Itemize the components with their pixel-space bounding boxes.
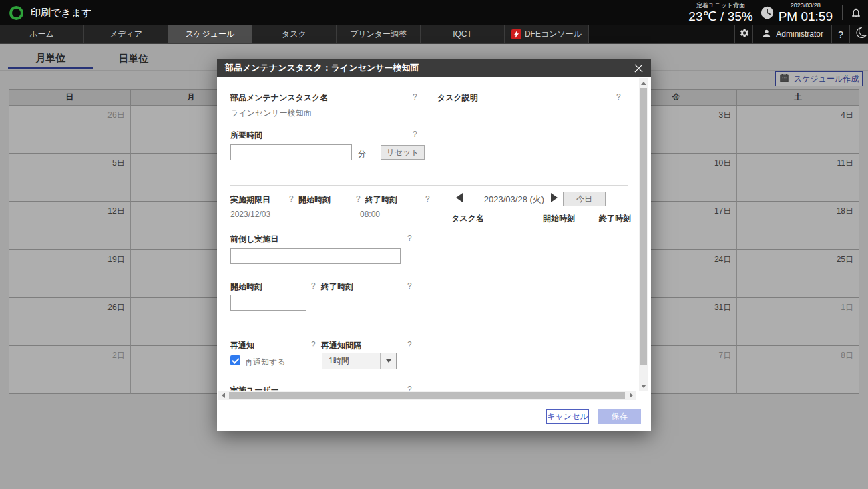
duration-help[interactable]: ?	[413, 130, 417, 139]
reset-button[interactable]: リセット	[381, 145, 425, 160]
maintenance-task-dialog: 部品メンテナンスタスク：ラインセンサー検知面 部品メンテナンスタスク名 ? タス…	[217, 59, 651, 431]
list-header-task-name: タスク名	[451, 213, 484, 224]
end-time2-label: 終了時刻	[321, 281, 353, 293]
nav-item-dfe-console[interactable]: DFEコンソール	[505, 25, 589, 43]
user-name: Administrator	[776, 29, 823, 39]
fuser-unit-label: 定着ユニット背面	[688, 2, 752, 9]
deadline-help[interactable]: ?	[289, 194, 294, 204]
nav-spacer	[589, 25, 734, 43]
renotify-label: 再通知	[230, 340, 254, 351]
renotify-help[interactable]: ?	[311, 340, 316, 349]
vertical-scrollbar[interactable]	[639, 78, 648, 391]
nav-item-label: プリンター調整	[350, 29, 407, 40]
nav-item-label: スケジュール	[186, 29, 234, 40]
end-time-value: 08:00	[360, 210, 380, 219]
duration-label: 所要時間	[230, 130, 262, 141]
main-nav: ホーム メディア スケジュール タスク プリンター調整 IQCT DFEコンソー…	[0, 25, 868, 44]
nav-item-media[interactable]: メディア	[84, 25, 168, 43]
status-bar: 印刷できます 定着ユニット背面 23℃ / 35% 2023/03/28 PM …	[0, 0, 868, 25]
scroll-right-button[interactable]	[626, 391, 636, 400]
nav-item-label: メディア	[110, 29, 142, 40]
today-button[interactable]: 今日	[563, 192, 606, 206]
status-bar-divider	[842, 5, 843, 20]
printer-status-text: 印刷できます	[31, 7, 91, 19]
scroll-down-button[interactable]	[639, 381, 648, 391]
start-time-input[interactable]	[230, 295, 306, 311]
chevron-down-icon	[380, 353, 396, 369]
nav-item-printer-adjust[interactable]: プリンター調整	[337, 25, 421, 43]
duration-input[interactable]	[230, 144, 352, 160]
printer-status-icon	[9, 6, 23, 20]
scroll-up-button[interactable]	[639, 78, 648, 88]
gear-icon	[738, 27, 750, 41]
renotify-interval-value: 1時間	[322, 355, 380, 367]
horizontal-scrollbar-thumb[interactable]	[229, 392, 625, 399]
time-text: PM 01:59	[779, 9, 833, 23]
vertical-scrollbar-thumb[interactable]	[640, 88, 647, 365]
cancel-button[interactable]: キャンセル	[546, 409, 589, 424]
task-name-help[interactable]: ?	[413, 92, 417, 102]
list-header-start-time: 開始時刻	[543, 213, 575, 224]
nav-item-label: IQCT	[453, 29, 472, 39]
task-desc-label: タスク説明	[437, 92, 478, 104]
datetime-readout: 2023/03/28 PM 01:59	[779, 2, 833, 23]
duration-unit: 分	[358, 148, 366, 160]
nav-item-label: タスク	[282, 29, 306, 40]
next-day-button[interactable]	[551, 193, 558, 202]
renotify-interval-help[interactable]: ?	[407, 340, 412, 349]
help-button[interactable]: ?	[832, 25, 850, 43]
help-label: ?	[838, 29, 843, 40]
user-menu[interactable]: Administrator	[753, 25, 832, 43]
start-time2-label: 開始時刻	[230, 281, 262, 293]
end-time-help[interactable]: ?	[425, 194, 430, 204]
fiery-icon	[511, 29, 521, 39]
renotify-interval-select[interactable]: 1時間	[322, 353, 397, 369]
nav-item-iqct[interactable]: IQCT	[421, 25, 505, 43]
moon-icon	[854, 26, 867, 42]
scroll-left-button[interactable]	[218, 391, 228, 400]
list-header-end-time: 終了時刻	[599, 213, 631, 224]
start-time-label: 開始時刻	[298, 194, 331, 206]
early-date-input[interactable]	[230, 248, 401, 264]
nav-item-task[interactable]: タスク	[252, 25, 337, 43]
clock-icon	[760, 5, 775, 20]
close-icon[interactable]	[631, 61, 646, 75]
section-divider	[230, 185, 628, 186]
renotify-interval-label: 再通知間隔	[321, 340, 361, 351]
start-time2-help[interactable]: ?	[311, 281, 316, 291]
horizontal-scrollbar[interactable]	[218, 391, 636, 400]
start-time-help[interactable]: ?	[356, 194, 361, 204]
fuser-unit-readout: 定着ユニット背面 23℃ / 35%	[688, 2, 752, 23]
nav-date: 2023/03/28 (火)	[477, 194, 551, 206]
early-date-help[interactable]: ?	[407, 234, 412, 243]
settings-button[interactable]	[734, 25, 753, 43]
renotify-checkbox-label: 再通知する	[245, 357, 286, 368]
dialog-title-bar: 部品メンテナンスタスク：ラインセンサー検知面	[217, 59, 651, 77]
end-time2-help[interactable]: ?	[407, 281, 412, 291]
early-date-label: 前倒し実施日	[230, 234, 278, 245]
renotify-checkbox[interactable]	[230, 355, 240, 365]
save-button[interactable]: 保存	[598, 409, 641, 424]
task-desc-help[interactable]: ?	[616, 92, 621, 102]
nav-item-home[interactable]: ホーム	[0, 25, 84, 43]
nav-item-label: DFEコンソール	[525, 29, 582, 40]
end-time-label: 終了時刻	[365, 194, 397, 206]
dialog-title: 部品メンテナンスタスク：ラインセンサー検知面	[225, 62, 419, 74]
notification-bell-icon[interactable]	[849, 6, 863, 19]
deadline-label: 実施期限日	[230, 194, 270, 206]
task-name-label: 部品メンテナンスタスク名	[230, 92, 329, 104]
nav-item-label: ホーム	[29, 29, 54, 40]
prev-day-button[interactable]	[456, 193, 463, 202]
deadline-value: 2023/12/03	[230, 210, 270, 219]
user-icon	[761, 28, 772, 41]
dark-mode-toggle[interactable]	[850, 25, 868, 43]
nav-item-schedule[interactable]: スケジュール	[168, 25, 252, 43]
date-text: 2023/03/28	[779, 2, 833, 9]
fuser-unit-value: 23℃ / 35%	[688, 9, 752, 23]
task-name-value: ラインセンサー検知面	[230, 108, 312, 119]
